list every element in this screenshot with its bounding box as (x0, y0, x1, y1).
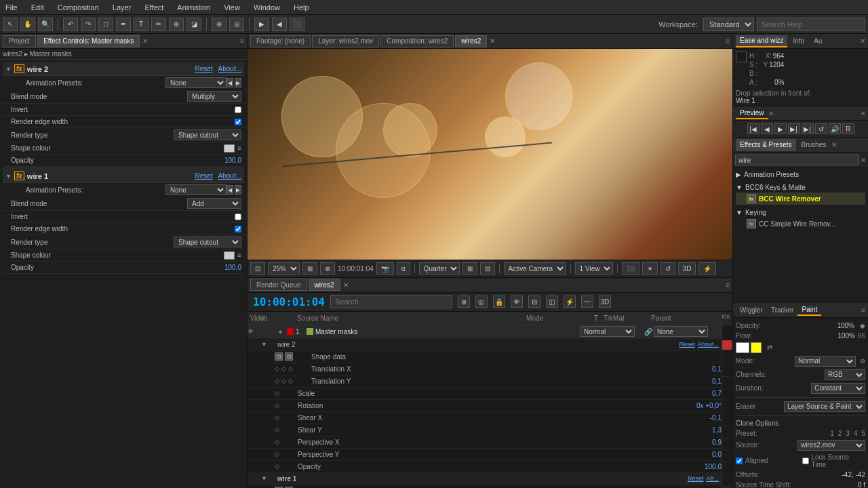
tl-tab-close[interactable]: ✕ (343, 281, 349, 289)
wire2-colour-eyedropper[interactable]: ≡ (237, 144, 241, 152)
paint-aligned-checkbox[interactable] (736, 458, 743, 464)
vc-3d[interactable]: 3D (678, 262, 696, 274)
paint-mode-extra[interactable]: ⊕ (860, 357, 865, 365)
wire1-colour-eyedropper[interactable]: ≡ (237, 251, 241, 259)
tl-collapse[interactable]: ⊟ (528, 296, 540, 308)
ep-item-cc-wire[interactable]: fx CC Simple Wire Remov... (736, 218, 865, 230)
wire1-nav-prev[interactable]: ◀ (226, 185, 233, 195)
tl-search-input[interactable] (330, 295, 452, 308)
wire2-tl-name[interactable]: wire 2 (269, 341, 296, 348)
paint-duration-select[interactable]: Constant (811, 383, 865, 394)
vc-camera-select[interactable]: Active Camera (504, 262, 566, 274)
viewer-tab-comp[interactable]: Composition: wires2 (380, 35, 454, 47)
menu-view[interactable]: View (221, 2, 243, 13)
wire1-tl-name[interactable]: wire 1 (269, 475, 296, 483)
ret-menu[interactable]: ≡ (861, 306, 865, 314)
wire1-nav-next[interactable]: ▶ (235, 185, 241, 195)
tool-play-b[interactable]: ◀ (272, 18, 287, 31)
wire1-anim-presets-select[interactable]: None (165, 184, 226, 195)
tool-square[interactable]: □ (98, 18, 113, 31)
tool-text[interactable]: T (134, 18, 149, 31)
master-expand[interactable]: ▼ (277, 327, 287, 336)
vc-reset[interactable]: ↺ (660, 262, 675, 274)
tool-redo[interactable]: ↷ (81, 18, 96, 31)
wire2-about[interactable]: About... (218, 65, 241, 73)
prev-loop[interactable]: ↺ (815, 123, 827, 134)
tl-shy[interactable]: 👁 (511, 296, 523, 308)
tool-ram-preview[interactable]: ⬛ (290, 18, 304, 31)
prop-kf-1[interactable]: ◇ (275, 365, 281, 372)
rt-tab-info[interactable]: Info (789, 35, 808, 47)
paint-preset-p4[interactable]: 4 (854, 430, 858, 437)
paint-channels-select[interactable]: RGB (825, 369, 865, 380)
tool-zoom[interactable]: 🔍 (38, 18, 53, 31)
paint-preset-p3[interactable]: 3 (846, 430, 850, 437)
menu-help[interactable]: Help (291, 2, 312, 13)
vc-snap[interactable]: ⊡ (250, 262, 265, 274)
paint-eraser-select[interactable]: Layer Source & Paint (784, 401, 865, 412)
vc-exposure[interactable]: ☀ (642, 262, 658, 274)
prop-kf-8[interactable]: ◇ (275, 402, 281, 409)
ep-section-anim-header[interactable]: ▶ Animation Presets (736, 169, 865, 180)
prev-back[interactable]: ◀ (761, 123, 773, 134)
ep-search-clear[interactable]: ✕ (861, 157, 866, 164)
wire1-colour-swatch[interactable] (224, 251, 235, 260)
ep-item-bcc-wire[interactable]: fx BCC Wire Remover (736, 192, 865, 205)
tl-lock[interactable]: 🔒 (493, 296, 505, 308)
wire2-blend-select[interactable]: Multiply (187, 91, 241, 102)
vc-view-select[interactable]: 1 View (575, 262, 613, 274)
tool-roto[interactable]: ⊛ (212, 18, 226, 31)
wire1-expand-tl[interactable]: ▼ (261, 475, 269, 482)
prop-kf-11[interactable]: ◇ (275, 439, 281, 445)
tl-tab-wires2[interactable]: wires2 (309, 279, 340, 291)
ep-close[interactable]: ✕ (831, 141, 837, 148)
prev-first[interactable]: |◀ (747, 123, 760, 134)
viewer-tab-close[interactable]: ✕ (490, 37, 495, 45)
master-name[interactable]: Master masks (315, 328, 357, 336)
panel-tab-close[interactable]: ✕ (142, 37, 148, 45)
wire2-opacity-value[interactable]: 100,0 (224, 157, 241, 164)
wire1-blend-select[interactable]: Add (187, 198, 241, 209)
menu-window[interactable]: Window (251, 2, 283, 13)
paint-mode-select[interactable]: Normal (795, 356, 856, 367)
tool-eraser[interactable]: ◪ (186, 18, 201, 31)
prev-ram[interactable]: R (842, 123, 854, 134)
menu-composition[interactable]: Composition (55, 2, 102, 13)
prop-kf-4[interactable]: ◇ (275, 378, 281, 384)
vc-zoom-select[interactable]: 25% (268, 262, 300, 274)
menu-animation[interactable]: Animation (174, 2, 213, 13)
viewer-tab-layer[interactable]: Layer: wires2.mov (312, 35, 379, 47)
tool-select[interactable]: ↖ (3, 18, 18, 31)
prop-kf-12[interactable]: ◇ (275, 451, 281, 458)
wire1-render-edge-checkbox[interactable] (235, 226, 241, 232)
master-parent[interactable]: None (654, 326, 708, 337)
ret-tab-wiggler[interactable]: Wiggler (736, 304, 767, 316)
panel-tab-effect-controls[interactable]: Effect Controls: Master masks (37, 35, 140, 47)
wire2-nav-next[interactable]: ▶ (235, 78, 241, 87)
wire2-expand-tl[interactable]: ▼ (261, 341, 269, 348)
tl-motion-blur[interactable]: 〰 (581, 296, 593, 308)
prev-last[interactable]: ▶| (802, 123, 814, 134)
prev-audio[interactable]: 🔊 (829, 123, 841, 134)
prop-kf-2[interactable]: ◇ (281, 365, 288, 372)
master-eye[interactable]: 👁 (248, 328, 258, 335)
prop-kf-5[interactable]: ◇ (281, 378, 288, 384)
rt-panel-close[interactable]: ✕ (860, 37, 865, 45)
wire1-reset[interactable]: Reset (195, 172, 212, 180)
prev-menu[interactable]: ≡ (861, 110, 865, 117)
prev-play[interactable]: ▶ (774, 123, 787, 134)
paint-preset-p1[interactable]: 1 (830, 430, 834, 437)
vc-grid[interactable]: ⊞ (462, 262, 477, 274)
viewer-tab-footage[interactable]: Footage: (none) (250, 35, 311, 47)
wire2-reset[interactable]: Reset (195, 65, 212, 73)
tl-solo[interactable]: ◎ (475, 296, 488, 308)
vc-fit[interactable]: ⊞ (302, 262, 317, 274)
wire2-nav-prev[interactable]: ◀ (226, 78, 233, 87)
panel-tab-project[interactable]: Project (3, 35, 36, 47)
paint-source-select[interactable]: wires2.mov (797, 440, 865, 451)
paint-preset-p2[interactable]: 2 (838, 430, 842, 437)
wire1-collapse[interactable]: ▼ (5, 173, 12, 180)
paint-swatch-white[interactable] (736, 342, 749, 353)
vc-camera-btn[interactable]: 📷 (376, 262, 394, 274)
tl-new-comp[interactable]: ⊕ (458, 296, 470, 308)
